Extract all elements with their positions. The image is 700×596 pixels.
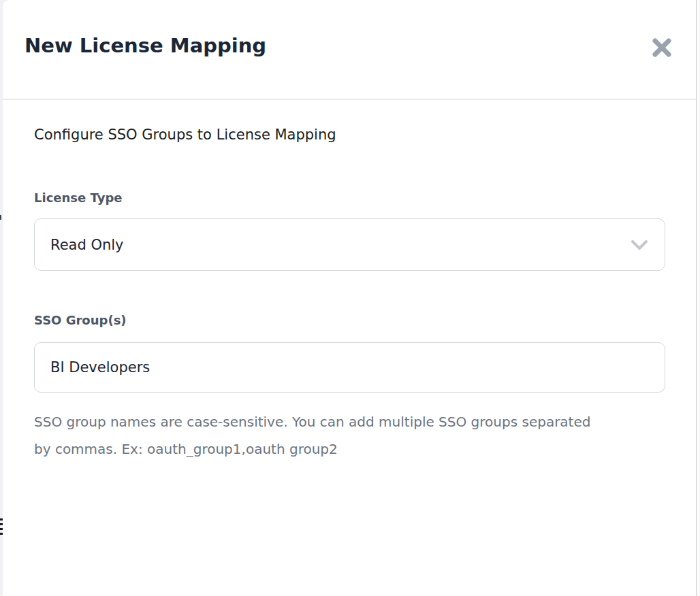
modal-header: New License Mapping xyxy=(3,0,696,99)
close-icon xyxy=(651,37,673,59)
modal-title: New License Mapping xyxy=(25,34,266,57)
modal-subtitle: Configure SSO Groups to License Mapping xyxy=(34,127,336,143)
modal-body: Configure SSO Groups to License Mapping … xyxy=(3,100,696,596)
new-license-mapping-modal: New License Mapping Configure SSO Groups… xyxy=(3,0,697,596)
license-type-select[interactable]: Read Only xyxy=(34,218,665,271)
page-behind-right-sliver xyxy=(697,0,700,596)
sso-groups-label: SSO Group(s) xyxy=(34,313,127,327)
close-button[interactable] xyxy=(648,34,675,61)
page-peek-text xyxy=(0,215,1,220)
sso-groups-input[interactable] xyxy=(34,342,665,393)
sso-groups-help: SSO group names are case-sensitive. You … xyxy=(34,408,605,463)
license-type-label: License Type xyxy=(34,191,123,205)
license-type-select-wrap: Read Only xyxy=(34,218,665,271)
